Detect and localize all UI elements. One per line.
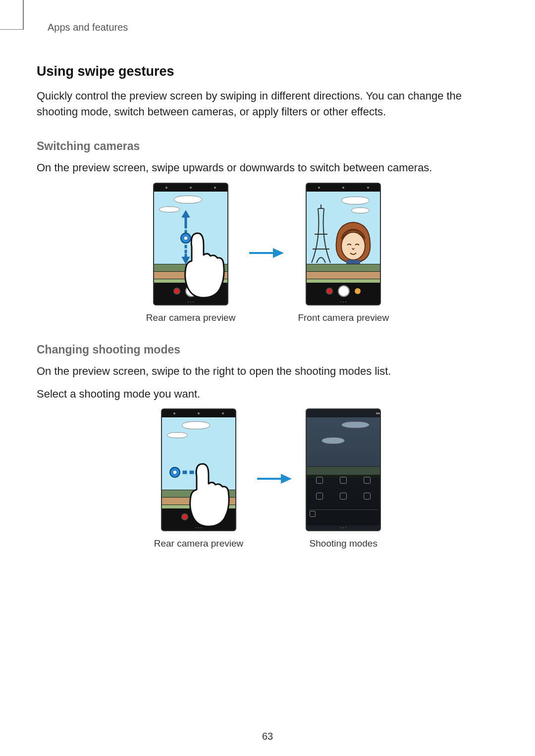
- page-corner-mark-v: [23, 0, 24, 30]
- shutter-button-icon: [185, 285, 197, 297]
- svg-marker-9: [273, 248, 284, 258]
- figure-front-camera: Front camera preview: [298, 183, 389, 323]
- phone-mockup-rear: [153, 183, 228, 305]
- svg-rect-17: [257, 478, 281, 480]
- phone-mockup-rear-2: [161, 408, 236, 531]
- result-arrow-icon: [249, 247, 284, 259]
- shutter-button-icon: [338, 285, 350, 297]
- caption-shooting-modes: Shooting modes: [310, 538, 377, 549]
- page-corner-mark-h: [0, 29, 24, 30]
- mode-button-icon: [202, 288, 208, 294]
- svg-rect-15: [190, 471, 194, 474]
- phone-topbar: [307, 409, 380, 417]
- paragraph-shooting-modes-2: Select a shooting mode you want.: [37, 386, 498, 402]
- phone-shutter-bar: [307, 283, 380, 300]
- breadcrumb: Apps and features: [48, 22, 498, 33]
- phone-preview-scene: [307, 192, 380, 283]
- mode-button-icon: [210, 514, 216, 520]
- selfie-face-illustration: [333, 219, 373, 264]
- phone-topbar: [154, 184, 227, 192]
- svg-rect-14: [183, 471, 187, 474]
- phone-nav-dots: [154, 300, 227, 304]
- result-arrow-icon: [257, 473, 292, 485]
- phone-shutter-bar: [162, 508, 235, 525]
- record-button-icon: [173, 288, 180, 295]
- eiffel-tower-icon: [310, 204, 332, 264]
- page-number: 63: [0, 731, 535, 742]
- svg-rect-6: [185, 250, 187, 253]
- shooting-modes-grid: [307, 475, 380, 525]
- page: Apps and features Using swipe gestures Q…: [0, 0, 535, 756]
- subheading-shooting-modes: Changing shooting modes: [37, 343, 498, 356]
- phone-topbar: [307, 184, 380, 192]
- paragraph-switching-cameras: On the preview screen, swipe upwards or …: [37, 160, 498, 176]
- svg-rect-11: [346, 260, 360, 264]
- swipe-vertical-icon: [176, 210, 196, 265]
- svg-marker-18: [281, 474, 292, 484]
- svg-marker-7: [182, 254, 190, 264]
- phone-mockup-front: [306, 183, 381, 305]
- svg-point-10: [341, 232, 365, 260]
- subheading-switching-cameras: Switching cameras: [37, 140, 498, 153]
- paragraph-shooting-modes-1: On the preview screen, swipe to the righ…: [37, 363, 498, 379]
- phone-mockup-modes: [306, 408, 381, 531]
- phone-preview-scene: [154, 192, 227, 283]
- figure-shooting-modes: Rear camera preview: [37, 408, 498, 549]
- figure-shooting-modes-list: Shooting modes: [306, 408, 381, 549]
- caption-rear-camera-2: Rear camera preview: [154, 538, 244, 549]
- phone-preview-scene: [162, 417, 235, 508]
- phone-nav-dots: [307, 525, 380, 530]
- phone-modes-scene: [307, 417, 380, 525]
- page-title: Using swipe gestures: [37, 64, 498, 79]
- caption-rear-camera: Rear camera preview: [146, 312, 236, 323]
- svg-point-4: [184, 236, 188, 240]
- svg-rect-8: [249, 252, 273, 254]
- figure-switching-cameras: Rear camera preview: [37, 183, 498, 323]
- figure-rear-camera: Rear camera preview: [146, 183, 236, 323]
- svg-marker-16: [196, 467, 209, 478]
- caption-front-camera: Front camera preview: [298, 312, 389, 323]
- record-button-icon: [326, 288, 333, 295]
- svg-point-13: [173, 470, 177, 474]
- figure-rear-camera-2: Rear camera preview: [154, 408, 244, 549]
- phone-shutter-bar: [154, 283, 227, 300]
- phone-nav-dots: [307, 300, 380, 304]
- phone-topbar: [162, 409, 235, 417]
- swipe-right-icon: [168, 465, 222, 480]
- shutter-button-icon: [193, 511, 205, 523]
- svg-rect-1: [185, 225, 187, 228]
- svg-marker-0: [182, 210, 190, 225]
- svg-rect-5: [185, 245, 187, 248]
- phone-nav-dots: [162, 525, 235, 530]
- record-button-icon: [181, 513, 188, 520]
- mode-button-icon: [355, 288, 361, 294]
- intro-paragraph: Quickly control the preview screen by sw…: [37, 88, 498, 120]
